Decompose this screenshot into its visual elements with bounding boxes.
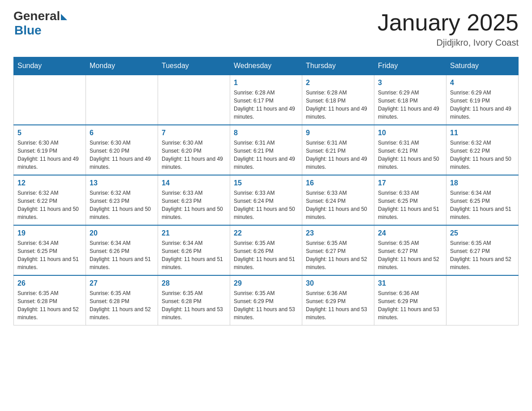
day-info: Sunrise: 6:32 AM Sunset: 6:23 PM Dayligh… xyxy=(90,189,154,221)
day-info: Sunrise: 6:35 AM Sunset: 6:27 PM Dayligh… xyxy=(306,239,370,271)
day-number: 6 xyxy=(90,129,154,137)
calendar-cell: 25Sunrise: 6:35 AM Sunset: 6:27 PM Dayli… xyxy=(446,225,519,275)
calendar-cell: 12Sunrise: 6:32 AM Sunset: 6:22 PM Dayli… xyxy=(14,175,86,225)
calendar-cell: 16Sunrise: 6:33 AM Sunset: 6:24 PM Dayli… xyxy=(302,175,374,225)
day-number: 10 xyxy=(378,129,442,137)
calendar-cell xyxy=(446,275,519,325)
day-info: Sunrise: 6:34 AM Sunset: 6:25 PM Dayligh… xyxy=(17,239,82,271)
calendar-cell: 15Sunrise: 6:33 AM Sunset: 6:24 PM Dayli… xyxy=(230,175,302,225)
day-info: Sunrise: 6:31 AM Sunset: 6:21 PM Dayligh… xyxy=(234,139,298,171)
calendar-header-saturday: Saturday xyxy=(446,57,519,75)
day-info: Sunrise: 6:30 AM Sunset: 6:20 PM Dayligh… xyxy=(90,139,154,171)
day-info: Sunrise: 6:31 AM Sunset: 6:21 PM Dayligh… xyxy=(378,139,442,171)
day-info: Sunrise: 6:28 AM Sunset: 6:18 PM Dayligh… xyxy=(306,89,370,121)
logo-general-text: General xyxy=(13,9,60,23)
calendar-cell: 1Sunrise: 6:28 AM Sunset: 6:17 PM Daylig… xyxy=(230,75,302,125)
day-info: Sunrise: 6:36 AM Sunset: 6:29 PM Dayligh… xyxy=(378,289,442,321)
day-info: Sunrise: 6:35 AM Sunset: 6:28 PM Dayligh… xyxy=(162,289,226,321)
calendar-header-friday: Friday xyxy=(374,57,446,75)
calendar-cell: 11Sunrise: 6:32 AM Sunset: 6:22 PM Dayli… xyxy=(446,125,519,175)
calendar-cell: 14Sunrise: 6:33 AM Sunset: 6:23 PM Dayli… xyxy=(158,175,230,225)
day-info: Sunrise: 6:34 AM Sunset: 6:26 PM Dayligh… xyxy=(162,239,226,271)
calendar-cell: 26Sunrise: 6:35 AM Sunset: 6:28 PM Dayli… xyxy=(14,275,86,325)
calendar-header-monday: Monday xyxy=(86,57,158,75)
day-info: Sunrise: 6:33 AM Sunset: 6:24 PM Dayligh… xyxy=(306,189,370,221)
calendar-cell: 17Sunrise: 6:33 AM Sunset: 6:25 PM Dayli… xyxy=(374,175,446,225)
day-info: Sunrise: 6:34 AM Sunset: 6:25 PM Dayligh… xyxy=(450,189,515,221)
calendar-cell: 30Sunrise: 6:36 AM Sunset: 6:29 PM Dayli… xyxy=(302,275,374,325)
day-info: Sunrise: 6:35 AM Sunset: 6:27 PM Dayligh… xyxy=(450,239,515,271)
day-number: 12 xyxy=(17,179,82,187)
calendar-table: SundayMondayTuesdayWednesdayThursdayFrid… xyxy=(13,57,519,325)
day-number: 27 xyxy=(90,279,154,287)
calendar-cell: 8Sunrise: 6:31 AM Sunset: 6:21 PM Daylig… xyxy=(230,125,302,175)
day-number: 25 xyxy=(450,229,515,237)
day-number: 11 xyxy=(450,129,515,137)
page-header: General Blue January 2025 Djidjikro, Ivo… xyxy=(13,9,519,48)
calendar-cell: 22Sunrise: 6:35 AM Sunset: 6:26 PM Dayli… xyxy=(230,225,302,275)
calendar-header-row: SundayMondayTuesdayWednesdayThursdayFrid… xyxy=(14,57,519,75)
calendar-cell: 23Sunrise: 6:35 AM Sunset: 6:27 PM Dayli… xyxy=(302,225,374,275)
calendar-cell: 18Sunrise: 6:34 AM Sunset: 6:25 PM Dayli… xyxy=(446,175,519,225)
calendar-cell: 7Sunrise: 6:30 AM Sunset: 6:20 PM Daylig… xyxy=(158,125,230,175)
day-number: 5 xyxy=(17,129,82,137)
calendar-cell: 21Sunrise: 6:34 AM Sunset: 6:26 PM Dayli… xyxy=(158,225,230,275)
day-number: 31 xyxy=(378,279,442,287)
day-info: Sunrise: 6:33 AM Sunset: 6:24 PM Dayligh… xyxy=(234,189,298,221)
calendar-cell xyxy=(158,75,230,125)
calendar-cell: 9Sunrise: 6:31 AM Sunset: 6:21 PM Daylig… xyxy=(302,125,374,175)
day-number: 24 xyxy=(378,229,442,237)
title-section: January 2025 Djidjikro, Ivory Coast xyxy=(378,9,519,48)
calendar-cell: 31Sunrise: 6:36 AM Sunset: 6:29 PM Dayli… xyxy=(374,275,446,325)
day-info: Sunrise: 6:32 AM Sunset: 6:22 PM Dayligh… xyxy=(17,189,82,221)
calendar-cell: 10Sunrise: 6:31 AM Sunset: 6:21 PM Dayli… xyxy=(374,125,446,175)
day-info: Sunrise: 6:33 AM Sunset: 6:23 PM Dayligh… xyxy=(162,189,226,221)
week-row-2: 5Sunrise: 6:30 AM Sunset: 6:19 PM Daylig… xyxy=(14,125,519,175)
calendar-cell: 24Sunrise: 6:35 AM Sunset: 6:27 PM Dayli… xyxy=(374,225,446,275)
calendar-cell: 3Sunrise: 6:29 AM Sunset: 6:18 PM Daylig… xyxy=(374,75,446,125)
day-info: Sunrise: 6:30 AM Sunset: 6:19 PM Dayligh… xyxy=(17,139,82,171)
week-row-1: 1Sunrise: 6:28 AM Sunset: 6:17 PM Daylig… xyxy=(14,75,519,125)
day-info: Sunrise: 6:29 AM Sunset: 6:18 PM Dayligh… xyxy=(378,89,442,121)
calendar-header-tuesday: Tuesday xyxy=(158,57,230,75)
day-info: Sunrise: 6:31 AM Sunset: 6:21 PM Dayligh… xyxy=(306,139,370,171)
day-number: 4 xyxy=(450,79,515,87)
day-info: Sunrise: 6:33 AM Sunset: 6:25 PM Dayligh… xyxy=(378,189,442,221)
day-number: 9 xyxy=(306,129,370,137)
day-number: 22 xyxy=(234,229,298,237)
calendar-header-thursday: Thursday xyxy=(302,57,374,75)
calendar-cell: 19Sunrise: 6:34 AM Sunset: 6:25 PM Dayli… xyxy=(14,225,86,275)
calendar-cell: 4Sunrise: 6:29 AM Sunset: 6:19 PM Daylig… xyxy=(446,75,519,125)
logo: General Blue xyxy=(13,9,67,38)
calendar-cell: 13Sunrise: 6:32 AM Sunset: 6:23 PM Dayli… xyxy=(86,175,158,225)
calendar-cell: 28Sunrise: 6:35 AM Sunset: 6:28 PM Dayli… xyxy=(158,275,230,325)
day-number: 15 xyxy=(234,179,298,187)
logo-arrow-icon xyxy=(61,14,67,20)
day-info: Sunrise: 6:32 AM Sunset: 6:22 PM Dayligh… xyxy=(450,139,515,171)
day-info: Sunrise: 6:35 AM Sunset: 6:29 PM Dayligh… xyxy=(234,289,298,321)
day-number: 14 xyxy=(162,179,226,187)
day-info: Sunrise: 6:35 AM Sunset: 6:26 PM Dayligh… xyxy=(234,239,298,271)
calendar-cell xyxy=(14,75,86,125)
month-title: January 2025 xyxy=(378,9,519,36)
day-info: Sunrise: 6:30 AM Sunset: 6:20 PM Dayligh… xyxy=(162,139,226,171)
calendar-cell xyxy=(86,75,158,125)
day-number: 7 xyxy=(162,129,226,137)
day-number: 17 xyxy=(378,179,442,187)
day-info: Sunrise: 6:35 AM Sunset: 6:28 PM Dayligh… xyxy=(90,289,154,321)
day-number: 29 xyxy=(234,279,298,287)
week-row-4: 19Sunrise: 6:34 AM Sunset: 6:25 PM Dayli… xyxy=(14,225,519,275)
day-info: Sunrise: 6:35 AM Sunset: 6:28 PM Dayligh… xyxy=(17,289,82,321)
calendar-cell: 5Sunrise: 6:30 AM Sunset: 6:19 PM Daylig… xyxy=(14,125,86,175)
location-text: Djidjikro, Ivory Coast xyxy=(378,38,519,48)
calendar-header-wednesday: Wednesday xyxy=(230,57,302,75)
logo-blue-text: Blue xyxy=(14,23,42,38)
day-number: 2 xyxy=(306,79,370,87)
day-number: 1 xyxy=(234,79,298,87)
week-row-5: 26Sunrise: 6:35 AM Sunset: 6:28 PM Dayli… xyxy=(14,275,519,325)
day-number: 16 xyxy=(306,179,370,187)
day-info: Sunrise: 6:36 AM Sunset: 6:29 PM Dayligh… xyxy=(306,289,370,321)
day-number: 21 xyxy=(162,229,226,237)
day-info: Sunrise: 6:29 AM Sunset: 6:19 PM Dayligh… xyxy=(450,89,515,121)
day-number: 28 xyxy=(162,279,226,287)
